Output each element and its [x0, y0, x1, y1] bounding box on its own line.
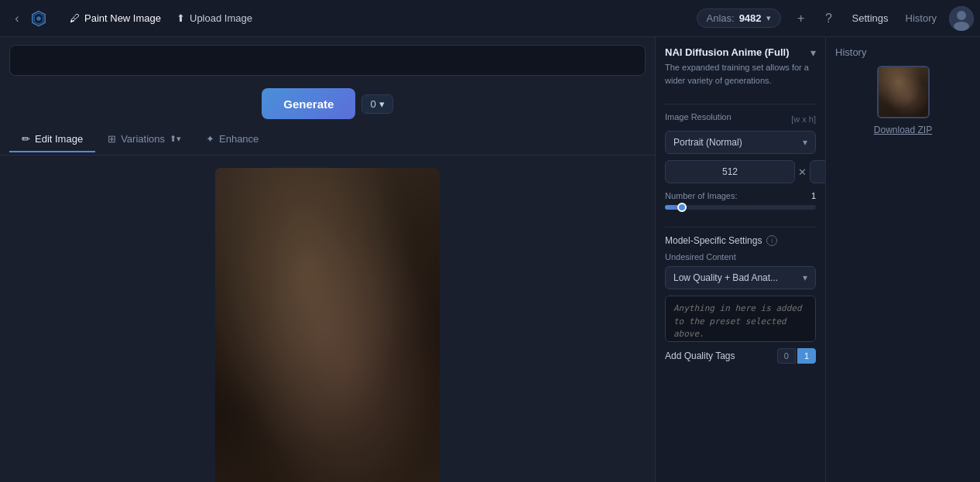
width-input[interactable] — [665, 160, 795, 183]
generate-button[interactable]: Generate — [262, 88, 355, 119]
resolution-inputs: ✕ — [665, 160, 816, 183]
thumbnail-image — [879, 67, 928, 117]
generate-bar: Generate 0 ▾ — [0, 84, 655, 124]
sparkle-icon: ✦ — [206, 133, 214, 145]
help-button[interactable]: ? — [817, 6, 841, 31]
tab-variations[interactable]: ⊞ Variations ⬆▾ — [95, 127, 194, 152]
anlas-icon: ▾ — [766, 13, 771, 23]
main-layout: Generate 0 ▾ ✏ Edit Image ⊞ Variations ⬆… — [0, 37, 980, 482]
info-icon[interactable]: i — [766, 235, 777, 246]
image-area — [0, 156, 655, 482]
times-icon: ✕ — [798, 166, 807, 178]
anlas-badge: Anlas: 9482 ▾ — [697, 9, 781, 28]
undesired-content-dropdown[interactable]: Low Quality + Bad Anat... ▾ — [665, 266, 816, 289]
resolution-label: Image Resolution — [665, 112, 732, 121]
cost-badge: 0 ▾ — [362, 94, 392, 114]
upload-image-button[interactable]: ⬆ Upload Image — [169, 8, 260, 29]
settings-panel: NAI Diffusion Anime (Full) The expanded … — [655, 37, 825, 482]
upload-icon: ⬆ — [176, 12, 185, 24]
back-button[interactable]: ‹ — [6, 8, 28, 29]
svg-point-4 — [957, 11, 966, 20]
brush-icon: 🖊 — [70, 12, 80, 24]
svg-point-2 — [36, 16, 41, 21]
collapse-button[interactable]: ▾ — [810, 46, 816, 59]
number-of-images-row: Number of Images: 1 — [665, 191, 816, 200]
quality-tags-label: Add Quality Tags — [665, 350, 735, 361]
tab-edit-image[interactable]: ✏ Edit Image — [9, 127, 95, 152]
prompt-input[interactable] — [9, 45, 646, 76]
blur-overlay — [215, 168, 440, 482]
logo — [28, 8, 50, 29]
model-specific-header: Model-Specific Settings i — [665, 235, 816, 246]
grid-icon: ⊞ — [108, 133, 116, 145]
toggle-off-button[interactable]: 0 — [777, 348, 796, 364]
download-zip-link[interactable]: Download ZIP — [874, 125, 932, 135]
tab-enhance[interactable]: ✦ Enhance — [194, 127, 271, 152]
avatar[interactable] — [949, 6, 974, 31]
resolution-label-row: Image Resolution [w x h] — [665, 112, 816, 126]
height-input[interactable] — [810, 160, 825, 183]
num-images-value: 1 — [811, 191, 816, 200]
quality-tags-row: Add Quality Tags 0 1 — [665, 348, 816, 364]
section-divider — [665, 104, 816, 104]
paint-new-image-button[interactable]: 🖊 Paint New Image — [62, 8, 169, 29]
images-slider[interactable] — [665, 205, 816, 210]
variation-icons: ⬆▾ — [170, 134, 181, 144]
image-canvas — [215, 168, 440, 482]
model-name: NAI Diffusion Anime (Full) — [665, 46, 810, 58]
chevron-down-icon-2: ▾ — [803, 272, 807, 283]
left-panel: Generate 0 ▾ ✏ Edit Image ⊞ Variations ⬆… — [0, 37, 655, 482]
pencil-icon: ✏ — [22, 133, 30, 145]
preset-textarea[interactable] — [665, 296, 816, 342]
resolution-hint: [w x h] — [791, 115, 816, 124]
add-button[interactable]: + — [789, 6, 814, 31]
toggle-group: 0 1 — [777, 348, 816, 364]
history-button[interactable]: History — [898, 8, 944, 29]
slider-thumb — [677, 203, 687, 212]
history-panel: History Download ZIP — [825, 37, 980, 482]
top-nav: ‹ 🖊 Paint New Image ⬆ Upload Image Anlas… — [0, 0, 980, 37]
section-divider-2 — [665, 227, 816, 227]
settings-button[interactable]: Settings — [843, 8, 898, 29]
chevron-down-icon: ▾ — [803, 137, 807, 148]
tabs-bar: ✏ Edit Image ⊞ Variations ⬆▾ ✦ Enhance — [0, 124, 655, 156]
undesired-content-label: Undesired Content — [665, 252, 816, 262]
svg-point-5 — [954, 22, 969, 31]
toggle-on-button[interactable]: 1 — [797, 348, 816, 364]
history-thumbnail[interactable] — [877, 66, 930, 118]
num-images-label: Number of Images: — [665, 191, 738, 200]
prompt-bar — [0, 37, 655, 84]
portrait-dropdown[interactable]: Portrait (Normal) ▾ — [665, 131, 816, 154]
cost-icon: ▾ — [379, 98, 385, 110]
history-header: History — [832, 46, 974, 58]
model-desc: The expanded training set allows for a w… — [665, 61, 810, 87]
